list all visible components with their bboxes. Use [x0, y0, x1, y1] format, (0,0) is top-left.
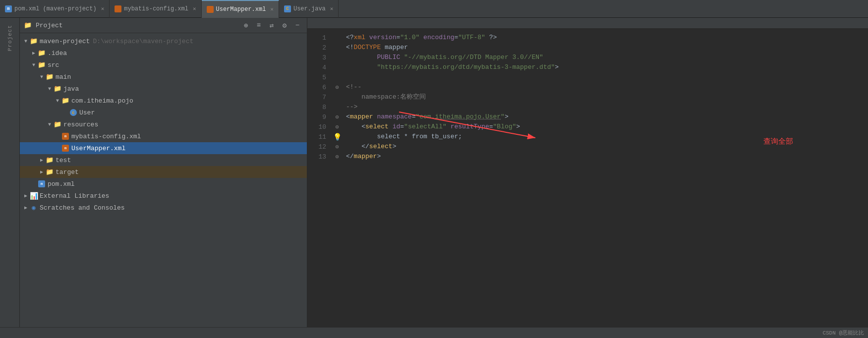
- test-arrow-icon: ▶: [38, 156, 46, 164]
- fold-icon-12[interactable]: ⊙: [335, 143, 339, 151]
- tree-pojo-pkg[interactable]: ▼ 📁 com.itheima.pojo: [20, 95, 307, 107]
- tree-idea[interactable]: ▶ 📁 .idea: [20, 47, 307, 59]
- sidebar-title: Project: [36, 22, 236, 29]
- main-folder-icon: 📁: [46, 73, 54, 81]
- idea-arrow-icon: ▶: [30, 49, 38, 57]
- java-folder-icon: 📁: [54, 85, 61, 93]
- status-bar: CSDN @恶能比比: [0, 327, 868, 338]
- tree-external-libs[interactable]: ▶ 📊 External Libraries: [20, 190, 307, 202]
- line-num-10: 10: [307, 122, 332, 132]
- watermark-text: CSDN @恶能比比: [822, 329, 864, 337]
- code-line-8: -->: [346, 102, 868, 112]
- tree-main[interactable]: ▼ 📁 main: [20, 71, 307, 83]
- scratches-icon: ◉: [30, 204, 38, 212]
- gutter-5: [332, 72, 342, 82]
- fold-icon-9[interactable]: ⊙: [335, 113, 339, 121]
- locate-button[interactable]: ⊕: [240, 20, 251, 31]
- idea-label: .idea: [48, 50, 67, 57]
- tab-close-pom[interactable]: ✕: [101, 5, 105, 12]
- tree-target[interactable]: ▶ 📁 target: [20, 166, 307, 178]
- hide-button[interactable]: −: [292, 20, 303, 31]
- sidebar-header: 📁 Project ⊕ ≡ ⇄ ⚙ −: [20, 18, 307, 33]
- main-area: Project 📁 Project ⊕ ≡ ⇄ ⚙ − ▼ 📁: [0, 18, 868, 327]
- tree-test[interactable]: ▶ 📁 test: [20, 154, 307, 166]
- main-label: main: [56, 73, 71, 81]
- mybatis-config-label: mybatis-config.xml: [71, 133, 141, 140]
- tab-mybatis[interactable]: mybatis-config.xml ✕: [110, 0, 201, 18]
- code-line-11: select * from tb_user;: [346, 132, 868, 142]
- code-line-1: <?xml version="1.0" encoding="UTF-8" ?>: [346, 33, 868, 43]
- src-folder-icon: 📁: [38, 61, 46, 69]
- gutter-13: ⊙: [332, 152, 342, 162]
- sidebar-actions: ⊕ ≡ ⇄ ⚙ −: [240, 20, 303, 31]
- sidebar-folder-icon: 📁: [24, 21, 32, 29]
- tree-src[interactable]: ▼ 📁 src: [20, 59, 307, 71]
- usermapper-xml-label: UserMapper.xml: [71, 145, 125, 152]
- tab-close-user[interactable]: ✕: [330, 5, 334, 12]
- line-num-8: 8: [307, 102, 332, 112]
- resources-folder-icon: 📁: [54, 120, 61, 128]
- project-edge-label: Project: [7, 25, 13, 51]
- java-file-icon: C: [70, 109, 77, 116]
- gutter-11: 💡: [332, 132, 342, 142]
- fold-icon-6[interactable]: ⊙: [335, 84, 339, 91]
- expand-button[interactable]: ⇄: [266, 20, 277, 31]
- pojo-label: com.itheima.pojo: [71, 97, 133, 105]
- line-numbers: 1 2 3 4 5 6 7 8 9 10 11 12 13: [307, 29, 332, 327]
- target-folder-icon: 📁: [46, 168, 54, 176]
- project-sidebar: 📁 Project ⊕ ≡ ⇄ ⚙ − ▼ 📁 maven-project D:…: [20, 18, 307, 327]
- code-line-9: <mapper namespace="com.itheima.pojo.User…: [346, 112, 868, 122]
- root-arrow-icon: ▼: [22, 37, 30, 45]
- code-line-12: </select>: [346, 142, 868, 152]
- line-num-2: 2: [307, 43, 332, 53]
- bulb-icon-11[interactable]: 💡: [333, 133, 342, 141]
- gutter-3: [332, 53, 342, 62]
- code-line-4: "https://mybatis.org/dtd/mybatis-3-mappe…: [346, 62, 868, 72]
- code-line-6: <!--: [346, 82, 868, 92]
- tree-resources[interactable]: ▼ 📁 resources: [20, 118, 307, 130]
- tab-icon-usermapper: [207, 6, 214, 13]
- root-label: maven-project: [40, 38, 90, 45]
- tab-close-mybatis[interactable]: ✕: [193, 5, 196, 12]
- tab-icon-user: C: [284, 5, 291, 12]
- tree-java[interactable]: ▼ 📁 java: [20, 83, 307, 95]
- collapse-button[interactable]: ≡: [253, 20, 264, 31]
- pojo-arrow-icon: ▼: [54, 97, 61, 105]
- java-arrow-icon: ▼: [46, 85, 54, 93]
- pom-label: pom.xml: [48, 180, 75, 188]
- tab-user[interactable]: C User.java ✕: [279, 0, 339, 18]
- settings-button[interactable]: ⚙: [279, 20, 290, 31]
- tab-label-user: User.java: [293, 5, 326, 12]
- tree-scratches[interactable]: ▶ ◉ Scratches and Consoles: [20, 202, 307, 214]
- line-num-13: 13: [307, 152, 332, 162]
- fold-icon-13[interactable]: ⊙: [335, 153, 339, 161]
- tree-usermapper-xml[interactable]: ▶ m UserMapper.xml: [20, 142, 307, 154]
- xml-file-icon-2: m: [62, 145, 69, 152]
- fold-icon-10[interactable]: ⊙: [335, 123, 339, 131]
- tree-root[interactable]: ▼ 📁 maven-project D:\workspace\maven-pro…: [20, 35, 307, 47]
- code-line-7: namespace:名称空间: [346, 92, 868, 102]
- gutter-1: [332, 33, 342, 43]
- src-arrow-icon: ▼: [30, 61, 38, 69]
- app-container: m pom.xml (maven-project) ✕ mybatis-conf…: [0, 0, 868, 338]
- tab-usermapper[interactable]: UserMapper.xml ✕: [202, 0, 279, 18]
- line-num-9: 9: [307, 112, 332, 122]
- extlibs-arrow-icon: ▶: [22, 192, 30, 200]
- line-num-7: 7: [307, 92, 332, 102]
- tab-close-usermapper[interactable]: ✕: [270, 6, 274, 12]
- tree-user-java[interactable]: ▶ C User: [20, 107, 307, 118]
- src-label: src: [48, 61, 59, 69]
- resources-label: resources: [63, 121, 98, 128]
- line-num-5: 5: [307, 72, 332, 82]
- gutter-12: ⊙: [332, 142, 342, 152]
- user-java-icon: C: [69, 109, 77, 116]
- tab-pom[interactable]: m pom.xml (maven-project) ✕: [0, 0, 110, 18]
- left-edge-panel: Project: [0, 18, 20, 327]
- line-num-12: 12: [307, 142, 332, 152]
- user-java-label: User: [79, 109, 95, 116]
- tree-mybatis-config[interactable]: ▶ m mybatis-config.xml: [20, 130, 307, 142]
- line-num-4: 4: [307, 62, 332, 72]
- tree-pom-xml[interactable]: ▶ m pom.xml: [20, 178, 307, 190]
- root-path: D:\workspace\maven-project: [93, 38, 193, 45]
- gutter-6: ⊙: [332, 82, 342, 92]
